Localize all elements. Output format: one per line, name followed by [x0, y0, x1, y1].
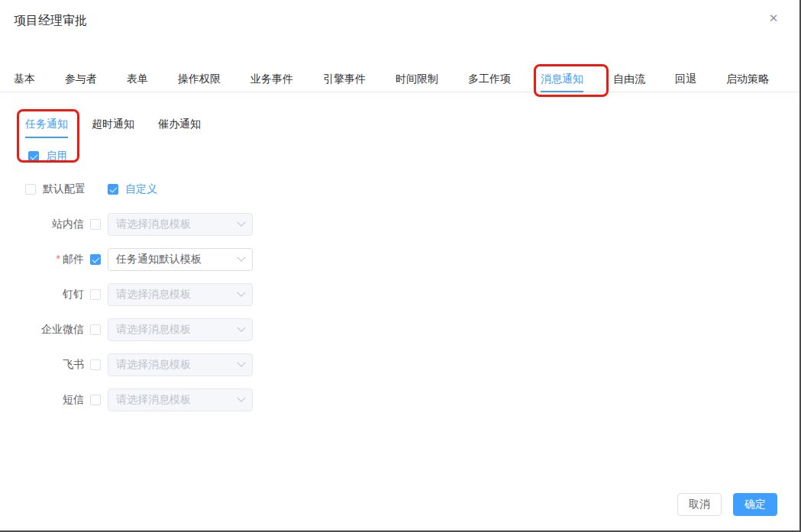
- sms-template-select: 请选择消息模板: [108, 389, 253, 411]
- enable-label[interactable]: 启用: [46, 150, 67, 163]
- site-message-label: 站内信: [0, 218, 84, 231]
- email-checkbox[interactable]: [90, 254, 101, 265]
- email-label-text: 邮件: [63, 253, 84, 265]
- approval-dialog: 项目经理审批 ✕ 基本 参与者 表单 操作权限 业务事件 引擎事件 时间限制 多…: [0, 0, 801, 532]
- dingtalk-label: 钉钉: [0, 288, 84, 301]
- tab-form[interactable]: 表单: [127, 73, 148, 92]
- default-config-label[interactable]: 默认配置: [43, 182, 86, 196]
- select-placeholder: 请选择消息模板: [116, 358, 238, 372]
- select-placeholder: 请选择消息模板: [116, 323, 238, 337]
- dialog-footer: 取消 确定: [677, 493, 777, 516]
- chevron-down-icon: [237, 359, 245, 367]
- tab-engine-events[interactable]: 引擎事件: [323, 73, 366, 92]
- feishu-template-select: 请选择消息模板: [108, 353, 253, 376]
- default-config-checkbox[interactable]: [25, 184, 36, 195]
- form-row-wechat-work: 企业微信 请选择消息模板: [0, 318, 799, 341]
- feishu-label: 飞书: [0, 358, 84, 372]
- email-label: *邮件: [0, 253, 84, 266]
- required-mark: *: [57, 253, 60, 265]
- notification-subtabs: 任务通知 超时通知 催办通知: [11, 118, 799, 138]
- main-tabs: 基本 参与者 表单 操作权限 业务事件 引擎事件 时间限制 多工作项 消息通知 …: [0, 73, 799, 92]
- chevron-down-icon: [237, 324, 245, 332]
- form-row-sms: 短信 请选择消息模板: [0, 389, 799, 411]
- wechat-work-template-select: 请选择消息模板: [108, 318, 253, 341]
- sms-checkbox[interactable]: [90, 395, 101, 405]
- config-row: 默认配置 自定义: [25, 182, 799, 196]
- confirm-button[interactable]: 确定: [733, 493, 777, 516]
- subtab-urge-notification[interactable]: 催办通知: [158, 118, 201, 138]
- dingtalk-checkbox[interactable]: [90, 289, 101, 300]
- enable-checkbox[interactable]: [28, 151, 39, 162]
- subtab-timeout-notification[interactable]: 超时通知: [92, 118, 134, 138]
- tab-start-strategy[interactable]: 启动策略: [726, 73, 769, 92]
- dialog-header: 项目经理审批: [0, 0, 799, 29]
- tab-multi-workitem[interactable]: 多工作项: [468, 73, 511, 92]
- select-placeholder: 请选择消息模板: [116, 288, 238, 301]
- feishu-checkbox[interactable]: [90, 360, 101, 370]
- form-row-feishu: 飞书 请选择消息模板: [0, 353, 799, 376]
- tab-basic[interactable]: 基本: [14, 73, 35, 92]
- sms-label: 短信: [0, 393, 84, 407]
- enable-row: 启用: [28, 150, 799, 163]
- tab-time-limit[interactable]: 时间限制: [396, 73, 438, 92]
- form-row-site-message: 站内信 请选择消息模板: [0, 213, 799, 236]
- tab-message-notification[interactable]: 消息通知: [541, 73, 583, 92]
- subtab-task-notification[interactable]: 任务通知: [25, 118, 68, 138]
- chevron-down-icon: [237, 289, 245, 297]
- close-icon[interactable]: ✕: [766, 11, 781, 26]
- form-row-dingtalk: 钉钉 请选择消息模板: [0, 283, 799, 306]
- email-template-select[interactable]: 任务通知默认模板: [108, 248, 253, 271]
- tab-operation-permissions[interactable]: 操作权限: [178, 73, 221, 92]
- custom-config-checkbox[interactable]: [108, 184, 118, 195]
- dingtalk-template-select: 请选择消息模板: [108, 283, 253, 306]
- notification-channel-form: 站内信 请选择消息模板 *邮件 任务通知默认模板 钉钉 请选择消息模板: [0, 213, 799, 411]
- wechat-work-checkbox[interactable]: [90, 324, 101, 335]
- chevron-down-icon: [237, 394, 245, 402]
- select-placeholder: 请选择消息模板: [116, 218, 238, 231]
- tab-rollback[interactable]: 回退: [675, 73, 696, 92]
- form-row-email: *邮件 任务通知默认模板: [0, 248, 799, 271]
- tab-business-events[interactable]: 业务事件: [250, 73, 293, 92]
- wechat-work-label: 企业微信: [0, 323, 84, 337]
- custom-config-label[interactable]: 自定义: [125, 182, 157, 196]
- select-value: 任务通知默认模板: [116, 253, 238, 266]
- select-placeholder: 请选择消息模板: [116, 393, 238, 407]
- cancel-button[interactable]: 取消: [677, 493, 722, 516]
- chevron-down-icon: [237, 253, 245, 262]
- tab-participants[interactable]: 参与者: [65, 73, 97, 92]
- site-message-checkbox[interactable]: [90, 219, 101, 230]
- site-message-template-select: 请选择消息模板: [108, 213, 253, 236]
- chevron-down-icon: [237, 218, 245, 227]
- dialog-title: 项目经理审批: [14, 12, 786, 29]
- tab-free-flow[interactable]: 自由流: [613, 73, 645, 92]
